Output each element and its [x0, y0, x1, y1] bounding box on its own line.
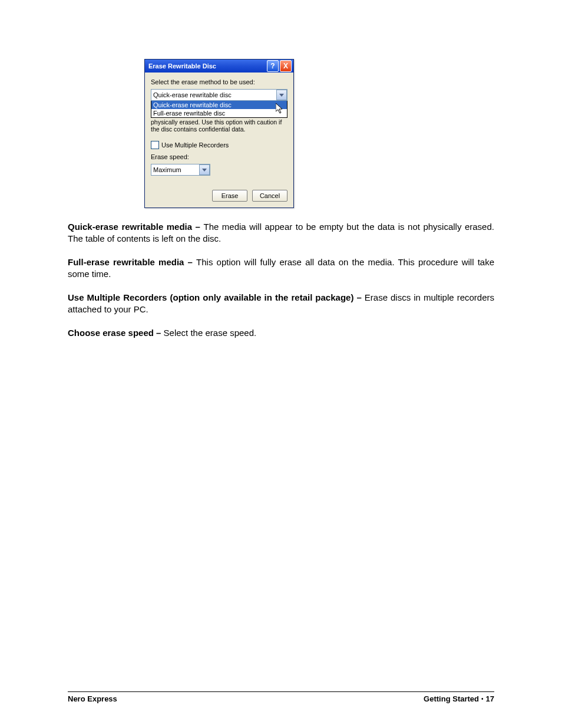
page-footer: Nero Express Getting Started • 17 — [68, 691, 494, 703]
erase-method-value: Quick-erase rewritable disc — [153, 91, 232, 98]
method-hint: physically erased. Use this option with … — [151, 118, 287, 133]
dropdown-option-full[interactable]: Full-erase rewritable disc — [151, 109, 287, 117]
footer-page-number: 17 — [486, 694, 494, 703]
para-quick-erase-heading: Quick-erase rewritable media – — [68, 222, 203, 232]
para-full-erase-heading: Full-erase rewritable media – — [68, 257, 196, 267]
help-icon[interactable]: ? — [267, 60, 279, 72]
prompt-label: Select the erase method to be used: — [151, 78, 287, 85]
dropdown-button[interactable] — [199, 164, 210, 175]
erase-speed-label: Erase speed: — [151, 153, 287, 160]
erase-method-options: Quick-erase rewritable disc Full-erase r… — [151, 101, 287, 118]
para-full-erase: Full-erase rewritable media – This optio… — [68, 256, 494, 280]
dropdown-button[interactable] — [276, 90, 287, 100]
para-multi-recorders-heading: Use Multiple Recorders (option only avai… — [68, 292, 365, 302]
dialog-titlebar[interactable]: Erase Rewritable Disc ? X — [145, 60, 293, 73]
para-erase-speed: Choose erase speed – Select the erase sp… — [68, 327, 494, 339]
footer-product: Nero Express — [68, 694, 117, 703]
multi-recorders-checkbox[interactable] — [151, 141, 159, 149]
close-icon[interactable]: X — [280, 60, 292, 72]
para-erase-speed-heading: Choose erase speed – — [68, 328, 164, 338]
erase-method-dropdown[interactable]: Quick-erase rewritable disc — [151, 89, 287, 101]
footer-bullet: • — [481, 696, 484, 702]
chevron-down-icon — [279, 94, 284, 97]
dropdown-option-quick[interactable]: Quick-erase rewritable disc — [151, 101, 287, 109]
para-multi-recorders: Use Multiple Recorders (option only avai… — [68, 292, 494, 315]
dialog-title: Erase Rewritable Disc — [148, 62, 216, 70]
multi-recorders-label: Use Multiple Recorders — [161, 141, 229, 149]
erase-dialog: Erase Rewritable Disc ? X Select the era… — [144, 59, 294, 208]
erase-speed-value: Maximum — [153, 166, 181, 173]
cancel-button[interactable]: Cancel — [252, 190, 287, 202]
erase-button[interactable]: Erase — [212, 190, 247, 202]
para-quick-erase: Quick-erase rewritable media – The media… — [68, 221, 494, 245]
erase-speed-dropdown[interactable]: Maximum — [151, 164, 210, 176]
footer-section: Getting Started — [424, 694, 479, 703]
para-erase-speed-text: Select the erase speed. — [164, 328, 257, 338]
chevron-down-icon — [202, 169, 207, 172]
